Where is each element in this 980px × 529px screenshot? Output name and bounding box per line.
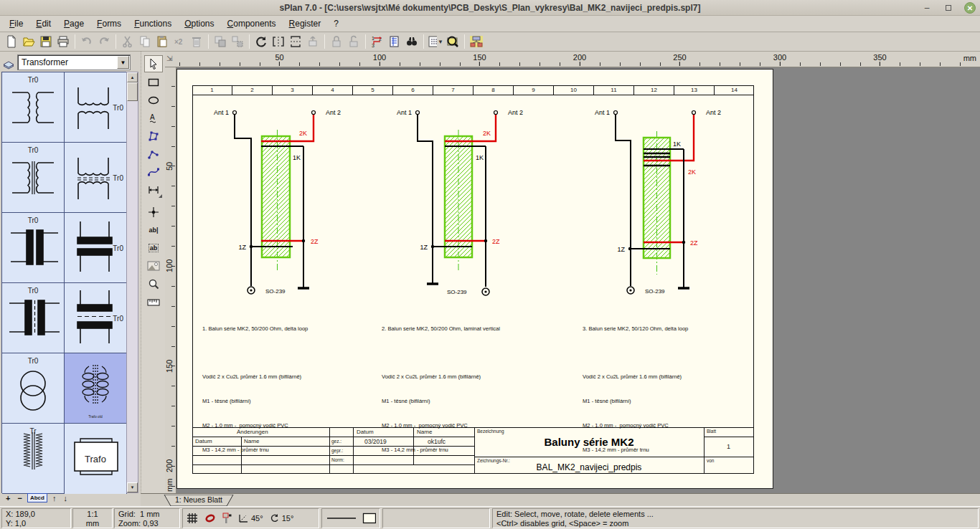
rectangle-tool[interactable]: [144, 74, 163, 91]
minimize-button[interactable]: –: [921, 2, 933, 14]
toroid-core[interactable]: [644, 138, 670, 258]
rotate-step-value[interactable]: 15°: [282, 514, 294, 523]
menu-forms[interactable]: Forms: [90, 16, 128, 31]
move-down-button[interactable]: ↓: [61, 494, 70, 502]
component-cell[interactable]: Tr0: [65, 72, 127, 143]
move-up-button[interactable]: ↑: [50, 494, 59, 502]
toroid-core[interactable]: [262, 136, 290, 257]
component-cell[interactable]: Tr: [2, 424, 65, 494]
parts-list-button[interactable]: [386, 34, 403, 49]
component-cell[interactable]: Tr0: [65, 213, 127, 283]
delete-button[interactable]: [188, 34, 205, 49]
angle-value[interactable]: 45°: [251, 514, 263, 523]
measure-tool[interactable]: [144, 293, 163, 310]
component-cell[interactable]: Trafo: [65, 424, 127, 494]
paste-button[interactable]: [154, 34, 171, 49]
text-tool[interactable]: ab|: [144, 221, 163, 239]
mirror-vertical-button[interactable]: [287, 34, 304, 49]
freehand-toggle-icon[interactable]: [204, 513, 216, 524]
redo-button[interactable]: [95, 34, 113, 49]
menu-edit[interactable]: Edit: [29, 16, 57, 31]
print-button[interactable]: [55, 34, 72, 49]
scroll-thumb[interactable]: [127, 82, 138, 101]
terminal[interactable]: [312, 111, 316, 115]
node-tool[interactable]: [144, 204, 163, 221]
component-cell[interactable]: Tr0: [2, 353, 65, 424]
toroid-core[interactable]: [445, 136, 472, 257]
close-button[interactable]: ✕: [964, 2, 976, 14]
zoom-window-button[interactable]: [444, 34, 461, 49]
bezier-tool[interactable]: [144, 163, 163, 181]
unlock-button[interactable]: [345, 34, 362, 49]
group-button[interactable]: [212, 34, 229, 49]
grid-dropdown-caret[interactable]: ▼: [438, 39, 443, 45]
terminal[interactable]: [692, 111, 696, 115]
component-cell[interactable]: Tr0: [2, 72, 65, 143]
search-button[interactable]: [403, 34, 420, 49]
ungroup-button[interactable]: [229, 34, 246, 49]
angle-icon[interactable]: [238, 513, 249, 523]
duplicate-button[interactable]: ×2: [171, 34, 188, 49]
renumber-button[interactable]: 123: [369, 34, 386, 49]
menu-page[interactable]: Page: [57, 16, 90, 31]
horizontal-ruler[interactable]: ⇲ 50 100 150 200 250 300 350 mm: [165, 52, 980, 67]
component-cell[interactable]: Tr0: [65, 143, 127, 213]
polygon-tool[interactable]: [144, 128, 163, 145]
menu-help[interactable]: ?: [327, 16, 345, 31]
select-tool[interactable]: [144, 55, 163, 72]
cut-button[interactable]: [119, 34, 136, 49]
menu-components[interactable]: Components: [221, 16, 283, 31]
arrange-button[interactable]: [304, 34, 321, 49]
scroll-down-button[interactable]: ▼: [127, 482, 138, 492]
special-text-tool[interactable]: A: [144, 110, 163, 127]
menu-register[interactable]: Register: [283, 16, 328, 31]
menu-file[interactable]: File: [3, 16, 29, 31]
drawing-canvas[interactable]: 50 100 150 200 mm 1 2 3 4 5 6 7 8 9 10 1…: [165, 67, 980, 493]
component-cell[interactable]: Tr0: [2, 283, 65, 353]
ellipse-tool[interactable]: [144, 92, 163, 109]
fill-style-preview[interactable]: [362, 513, 376, 524]
wire[interactable]: [616, 114, 631, 286]
link-manager-button[interactable]: [468, 34, 485, 49]
rotate-button[interactable]: [253, 34, 270, 49]
library-select[interactable]: Transformer ▼: [17, 54, 131, 70]
component-scrollbar[interactable]: ▲ ▼: [126, 72, 138, 493]
remove-component-button[interactable]: −: [15, 494, 24, 502]
polyline-tool[interactable]: [144, 146, 163, 163]
copy-button[interactable]: [136, 34, 154, 49]
new-button[interactable]: [3, 34, 20, 49]
scroll-up-button[interactable]: ▲: [127, 72, 138, 82]
ruler-origin-icon[interactable]: ⇲: [166, 54, 172, 62]
zoom-tool[interactable]: [144, 275, 163, 292]
terminal[interactable]: [233, 111, 237, 115]
line-style-preview[interactable]: [326, 513, 356, 523]
vertical-ruler[interactable]: 50 100 150 200 mm: [165, 67, 176, 493]
library-dropdown-button[interactable]: ▼: [117, 56, 129, 69]
terminal[interactable]: [494, 111, 498, 115]
menu-functions[interactable]: Functions: [128, 16, 178, 31]
save-button[interactable]: [37, 34, 55, 49]
grid-button[interactable]: ▼: [427, 34, 444, 49]
wire[interactable]: [418, 114, 433, 284]
component-cell[interactable]: Tr0: [2, 213, 65, 283]
terminal[interactable]: [614, 111, 618, 115]
sheet-tab[interactable]: 1: Neues Blatt: [164, 495, 234, 507]
add-component-button[interactable]: +: [4, 494, 12, 502]
image-tool[interactable]: [144, 257, 163, 275]
component-cell[interactable]: Tr0: [2, 143, 65, 213]
wire[interactable]: [235, 114, 251, 286]
terminal[interactable]: [416, 111, 420, 115]
dimension-tool[interactable]: [144, 181, 163, 199]
component-cell-selected[interactable]: Trafo old: [65, 353, 127, 424]
mirror-horizontal-button[interactable]: [270, 34, 287, 49]
restore-button[interactable]: [943, 2, 954, 14]
textbox-tool[interactable]: ab: [144, 239, 163, 257]
rotate-step-icon[interactable]: [270, 513, 280, 523]
rename-component-button[interactable]: Abcd: [27, 493, 47, 502]
pin-toggle-icon[interactable]: [222, 513, 232, 524]
undo-button[interactable]: [78, 34, 95, 49]
open-button[interactable]: [20, 34, 37, 49]
menu-options[interactable]: Options: [178, 16, 220, 31]
grid-toggle-icon[interactable]: [187, 513, 198, 524]
lock-button[interactable]: [328, 34, 345, 49]
